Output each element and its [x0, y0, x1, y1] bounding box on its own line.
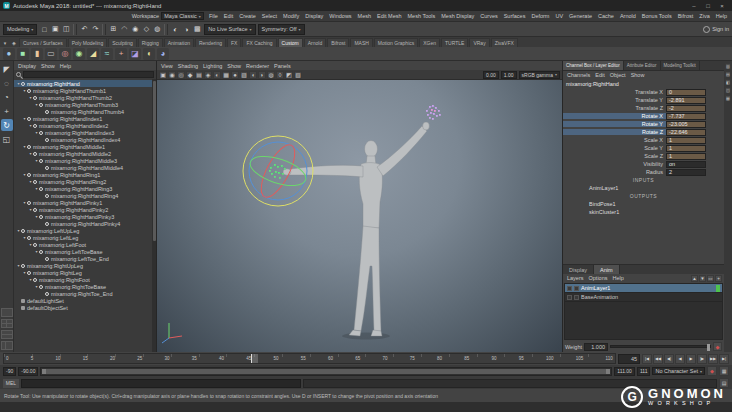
layout-split-horizontal-button[interactable] — [1, 330, 13, 339]
shelf-tab[interactable]: Motion Graphics — [374, 38, 418, 47]
shelf-tab[interactable]: FX — [227, 38, 241, 47]
shelf-tab[interactable]: FX Caching — [242, 38, 276, 47]
go-to-end-button[interactable]: ▶| — [719, 354, 729, 364]
channel-value-field[interactable]: -22.646 — [666, 129, 706, 136]
snap-to-point-icon[interactable]: ◉ — [130, 23, 140, 35]
shelf-tab[interactable]: VRay — [469, 38, 489, 47]
outliner-item[interactable]: ▾ mixamorig:RightHandThumb3 — [14, 101, 156, 108]
render-icon[interactable]: ◐ — [170, 23, 180, 35]
layer-solo-toggle[interactable] — [574, 295, 579, 300]
use-all-lights-icon[interactable]: ◖ — [249, 71, 257, 79]
menu-item[interactable]: Select — [259, 11, 280, 22]
auto-keyframe-button[interactable]: ◆ — [707, 366, 717, 376]
animation-preferences-button[interactable]: ▦ — [719, 366, 729, 376]
snap-to-curve-icon[interactable]: ◠ — [119, 23, 129, 35]
layer-solo-toggle[interactable] — [574, 286, 579, 291]
channel-value-field[interactable]: 1 — [666, 153, 706, 160]
grease-pencil-icon[interactable]: ◐ — [213, 71, 221, 79]
shelf-light-icon[interactable]: ◖ — [143, 48, 155, 60]
outliner-item[interactable]: ▾ mixamorig:RightHandPinky2 — [14, 206, 156, 213]
menu-item[interactable]: Mesh Display — [438, 11, 477, 22]
channel-value-field[interactable]: 1 — [666, 137, 706, 144]
right-dock-tab[interactable]: Channel Box / Layer Editor — [563, 61, 624, 70]
shelf-material-icon[interactable]: ◕ — [157, 48, 169, 60]
move-tool-button[interactable]: + — [1, 105, 13, 117]
menu-item[interactable]: Mesh Tools — [405, 11, 439, 22]
shelf-gear-icon[interactable]: ◈ — [10, 38, 18, 47]
menu-item[interactable]: Create — [236, 11, 259, 22]
animation-end-field[interactable]: 111 — [637, 367, 651, 376]
menu-item[interactable]: Ziva — [696, 11, 712, 22]
color-space-dropdown[interactable]: sRGB gamma ▾ — [519, 71, 560, 79]
outliner-item[interactable]: ▾ mixamorig:LeftLeg — [14, 234, 156, 241]
shelf-cylinder-icon[interactable]: ▮ — [31, 48, 43, 60]
menu-item[interactable]: Deform — [528, 11, 552, 22]
channel-value-field[interactable]: -23.005 — [666, 121, 706, 128]
range-slider[interactable] — [40, 367, 612, 376]
outliner-item-righthand[interactable]: ▾ mixamorig:RightHand — [14, 80, 156, 87]
shelf-tab[interactable]: Rendering — [195, 38, 226, 47]
output-node[interactable]: skinCluster1 — [563, 208, 724, 216]
channel-value-field[interactable]: -2 — [666, 105, 706, 112]
shelf-camera-icon[interactable]: ◪ — [129, 48, 141, 60]
outliner-item[interactable]: ▾ mixamorig:RightHandRing2 — [14, 178, 156, 185]
hyperbolic-mode-icon[interactable]: ▦ — [725, 95, 731, 101]
new-layer-icon[interactable]: + — [715, 275, 722, 282]
menu-item[interactable]: Windows — [326, 11, 354, 22]
menu-item[interactable]: Mesh — [355, 11, 374, 22]
weight-slider[interactable] — [610, 345, 711, 348]
motion-blur-icon[interactable]: ◊ — [276, 71, 284, 79]
menu-item[interactable]: Modify — [280, 11, 302, 22]
outliner-item[interactable]: ▾ mixamorig:RightUpLeg — [14, 262, 156, 269]
bookmark-icon[interactable]: ◆ — [186, 71, 194, 79]
menu-set-dropdown[interactable]: Modeling ▾ — [3, 24, 37, 35]
menu-item[interactable]: UV — [552, 11, 566, 22]
step-back-frame-button[interactable]: ◀| — [664, 354, 674, 364]
channel-name[interactable]: Scale Z — [563, 153, 666, 159]
menu-item[interactable]: Arnold — [617, 11, 639, 22]
channel-name[interactable]: Translate Y — [563, 97, 666, 103]
empty-layer-icon[interactable]: ▭ — [707, 275, 714, 282]
outliner-item[interactable]: ▾ mixamorig:RightLeg — [14, 269, 156, 276]
shelf-tab[interactable]: MASH — [350, 38, 372, 47]
outliner-item[interactable]: ▾ mixamorig:RightHandIndex3 — [14, 129, 156, 136]
right-dock-tab[interactable]: Modeling Toolkit — [661, 61, 700, 70]
playhead[interactable] — [251, 354, 258, 363]
menu-item[interactable]: Edit — [221, 11, 236, 22]
layer-up-icon[interactable]: ▲ — [691, 275, 698, 282]
base-animation-row[interactable]: BaseAnimation — [565, 293, 722, 302]
layer-mute-toggle[interactable] — [567, 295, 572, 300]
menu-item[interactable]: Generate — [566, 11, 595, 22]
shelf-tab[interactable]: Poly Modeling — [68, 38, 107, 47]
channel-name[interactable]: Translate X — [563, 89, 666, 95]
lasso-tool-button[interactable]: ◌ — [1, 77, 13, 89]
smooth-shade-icon[interactable]: ● — [231, 71, 239, 79]
exposure-field[interactable]: 0.00 — [483, 71, 499, 79]
mel-command-input[interactable] — [21, 379, 301, 388]
outliner-item[interactable]: defaultObjectSet — [14, 304, 156, 311]
outliner-item[interactable]: mixamorig:RightToe_End — [14, 290, 156, 297]
channel-box-menu-item[interactable]: Edit — [593, 72, 606, 78]
menu-item[interactable]: Bifrost — [675, 11, 697, 22]
layout-outliner-persp-button[interactable] — [1, 341, 13, 350]
snap-to-grid-icon[interactable]: ⊞ — [108, 23, 118, 35]
key-weight-button[interactable]: ◆ — [713, 342, 722, 351]
output-node[interactable]: BindPose1 — [563, 200, 724, 208]
viewport-menu-item[interactable]: Show — [225, 63, 243, 69]
separator[interactable] — [164, 24, 168, 35]
channel-name[interactable]: Rotate X — [563, 113, 666, 119]
animation-start-field[interactable]: -90 — [3, 367, 16, 376]
channel-value-field[interactable]: 2 — [666, 169, 706, 176]
step-forward-key-button[interactable]: ▶▶ — [708, 354, 718, 364]
close-button[interactable]: × — [715, 0, 729, 11]
minimize-button[interactable]: – — [687, 0, 701, 11]
channel-value-field[interactable]: -2.891 — [666, 97, 706, 104]
layer-editor-tab[interactable]: Display — [563, 265, 594, 274]
shelf-tab[interactable]: Sculpting — [108, 38, 137, 47]
outliner-item[interactable]: defaultLightSet — [14, 297, 156, 304]
outliner-item[interactable]: ▾ mixamorig:RightHandThumb2 — [14, 94, 156, 101]
shadows-icon[interactable]: ◗ — [258, 71, 266, 79]
new-scene-icon[interactable]: □ — [39, 23, 49, 35]
playback-start-field[interactable]: -90.00 — [18, 367, 38, 376]
outliner-item[interactable]: ▾ mixamorig:RightFoot — [14, 276, 156, 283]
